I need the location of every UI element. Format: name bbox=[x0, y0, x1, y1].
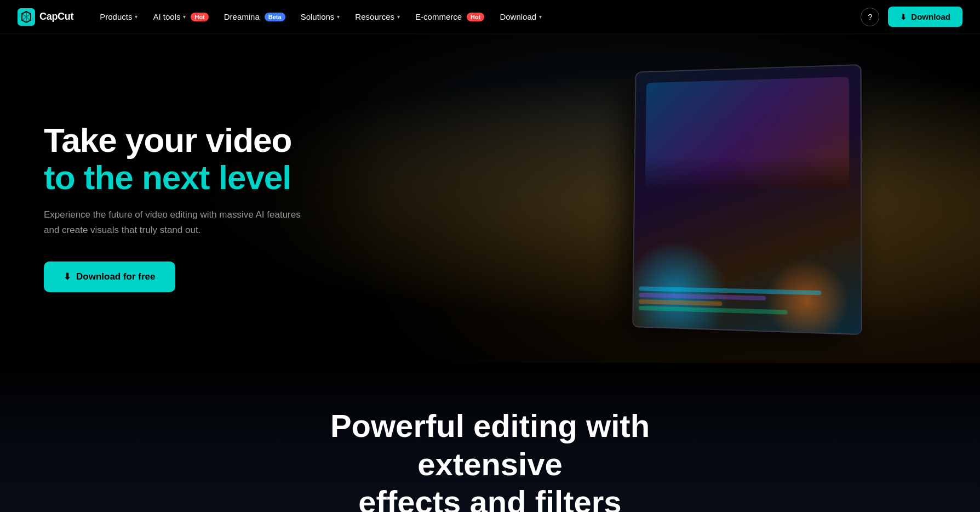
hero-title-white: Take your video bbox=[44, 122, 307, 159]
navbar: CapCut Products ▾ AI tools ▾ Hot Dreamin… bbox=[0, 0, 980, 34]
section-two-title: Powerful editing with extensive effects … bbox=[271, 407, 709, 512]
nav-item-ai-tools[interactable]: AI tools ▾ Hot bbox=[146, 8, 215, 26]
nav-item-ecommerce[interactable]: E-commerce Hot bbox=[409, 8, 491, 26]
hero-subtitle: Experience the future of video editing w… bbox=[44, 207, 307, 237]
nav-item-download-menu[interactable]: Download ▾ bbox=[493, 8, 548, 26]
download-free-button[interactable]: ⬇ Download for free bbox=[44, 261, 175, 292]
nav-menu: Products ▾ AI tools ▾ Hot Dreamina Beta … bbox=[93, 8, 861, 26]
download-button-nav[interactable]: ⬇ Download bbox=[888, 7, 962, 27]
nav-item-products[interactable]: Products ▾ bbox=[93, 8, 144, 26]
screen-frame bbox=[632, 64, 862, 335]
capcut-logo-icon bbox=[18, 8, 35, 26]
hero-section: Take your video to the next level Experi… bbox=[0, 34, 980, 363]
nav-item-resources[interactable]: Resources ▾ bbox=[348, 8, 406, 26]
nav-right-actions: ? ⬇ Download bbox=[861, 7, 962, 27]
chevron-down-icon: ▾ bbox=[539, 14, 542, 20]
nav-item-solutions[interactable]: Solutions ▾ bbox=[294, 8, 347, 26]
download-icon: ⬇ bbox=[900, 13, 907, 21]
chevron-down-icon: ▾ bbox=[337, 14, 340, 20]
chevron-down-icon: ▾ bbox=[397, 14, 400, 20]
beta-badge: Beta bbox=[265, 13, 285, 21]
hot-badge: Hot bbox=[467, 13, 484, 21]
nav-item-dreamina[interactable]: Dreamina Beta bbox=[217, 8, 292, 26]
brand-name: CapCut bbox=[39, 11, 73, 22]
download-icon: ⬇ bbox=[64, 271, 71, 282]
screen-content bbox=[633, 65, 861, 334]
chevron-down-icon: ▾ bbox=[135, 14, 137, 20]
hero-content: Take your video to the next level Experi… bbox=[44, 122, 307, 292]
hero-title-cyan: to the next level bbox=[44, 159, 307, 196]
chevron-down-icon: ▾ bbox=[183, 14, 186, 20]
section-effects-filters: Powerful editing with extensive effects … bbox=[0, 363, 980, 512]
hero-visual bbox=[586, 34, 980, 363]
hot-badge: Hot bbox=[191, 13, 208, 21]
help-button[interactable]: ? bbox=[861, 8, 879, 26]
logo[interactable]: CapCut bbox=[18, 8, 73, 26]
